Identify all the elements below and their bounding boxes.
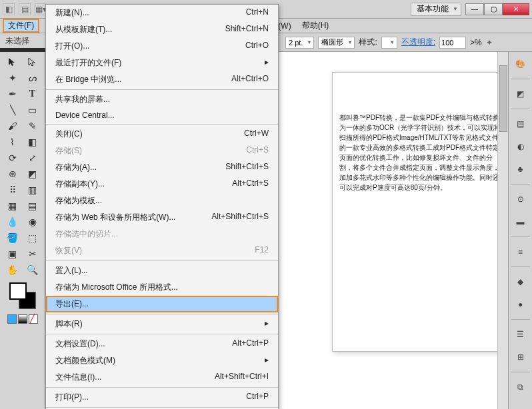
color-panel-icon[interactable]: 🎨 [513, 56, 529, 72]
eraser-tool[interactable]: ◧ [23, 135, 42, 149]
symbol-sprayer-tool[interactable]: ⠿ [3, 183, 22, 197]
artboard-tool[interactable]: ▣ [3, 246, 22, 261]
graph-tool[interactable]: ▥ [23, 183, 42, 197]
pencil-tool[interactable]: ✎ [23, 119, 42, 133]
layers-panel-icon[interactable]: ≡ [513, 244, 529, 260]
file-menu-dropdown: 新建(N)...Ctrl+N 从模板新建(T)...Shift+Ctrl+N 打… [45, 4, 279, 409]
direct-selection-tool[interactable] [23, 55, 42, 69]
zoom-tool[interactable]: 🔍 [23, 262, 42, 277]
paintbrush-tool[interactable]: 🖌 [3, 119, 22, 133]
menu-document-setup[interactable]: 文档设置(D)...Alt+Ctrl+P [46, 336, 278, 352]
menu-save-copy[interactable]: 存储副本(Y)...Alt+Ctrl+S [46, 176, 278, 193]
wand-icon[interactable]: ✦ [486, 38, 493, 47]
document-text: 都叫兽™PDF转换，是一款集PDF文件编辑与格式转换为一体的多功OCR（光学字符… [339, 113, 497, 193]
symbols-panel-icon[interactable]: ◆ [513, 274, 529, 290]
gradient-mode-box[interactable] [18, 314, 27, 324]
menu-open[interactable]: 打开(O)...Ctrl+O [46, 38, 278, 55]
free-transform-tool[interactable]: ◩ [23, 167, 42, 181]
warp-tool[interactable]: ⊛ [3, 167, 22, 181]
line-tool[interactable]: ╲ [3, 103, 22, 117]
eyedropper-tool[interactable]: 💧 [3, 214, 22, 229]
menu-new[interactable]: 新建(N)...Ctrl+N [46, 5, 278, 21]
menu-file-info[interactable]: 文件信息(I)...Alt+Shift+Ctrl+I [46, 369, 278, 386]
menu-revert: 恢复(V)F12 [46, 242, 278, 259]
menu-print[interactable]: 打印(P)...Ctrl+P [46, 389, 278, 406]
rotate-tool[interactable]: ⟳ [3, 151, 22, 165]
toolbox: ✦ ᔕ ✒ T ╲ ▭ 🖌 ✎ ⌇ ◧ ⟳ ⤢ ⊛ ◩ ⠿ ▥ ▦ ▤ 💧 ◉ … [0, 52, 45, 409]
menu-save: 存储(S)Ctrl+S [46, 143, 278, 159]
menu-recent[interactable]: 最近打开的文件(F) [46, 55, 278, 71]
transparency-panel-icon[interactable]: ♣ [513, 161, 529, 177]
graphic-styles-panel-icon[interactable]: ▬ [513, 214, 529, 230]
none-mode-box[interactable]: ╱ [29, 314, 38, 324]
menu-new-from-template[interactable]: 从模板新建(T)...Shift+Ctrl+N [46, 21, 278, 38]
menu-place[interactable]: 置入(L)... [46, 262, 278, 279]
selection-tool[interactable] [3, 55, 22, 69]
mesh-tool[interactable]: ▦ [3, 199, 22, 213]
artboards-panel-icon[interactable]: ⧉ [513, 379, 529, 395]
opacity-link[interactable]: 不透明度: [401, 37, 435, 48]
brushes-panel-icon[interactable]: ● [513, 296, 529, 312]
color-swatches[interactable] [9, 282, 36, 309]
menu-save-ms-office[interactable]: 存储为 Microsoft Office 所用格式... [46, 279, 278, 296]
menu-scripts[interactable]: 脚本(R) [46, 316, 278, 332]
magic-wand-tool[interactable]: ✦ [3, 71, 22, 85]
menu-close[interactable]: 关闭(C)Ctrl+W [46, 126, 278, 143]
swatches-panel-icon[interactable]: ◩ [513, 86, 529, 102]
workspace-dropdown[interactable]: 基本功能 [411, 3, 461, 16]
blend-tool[interactable]: ◉ [23, 214, 42, 229]
live-paint-selection-tool[interactable]: ⬚ [23, 230, 42, 245]
lasso-tool[interactable]: ᔕ [23, 71, 42, 85]
menu-color-mode[interactable]: 文档颜色模式(M) [46, 352, 278, 369]
color-mode-box[interactable] [7, 314, 17, 324]
minimize-button[interactable]: — [465, 3, 484, 15]
menu-save-for-web[interactable]: 存储为 Web 和设备所用格式(W)...Alt+Shift+Ctrl+S [46, 209, 278, 226]
pathfinder-panel-icon[interactable]: ⊞ [513, 349, 529, 365]
slice-tool[interactable]: ✂ [23, 246, 42, 261]
appearance-panel-icon[interactable]: ⊙ [513, 191, 529, 207]
gradient-panel-icon[interactable]: ◐ [513, 139, 529, 155]
canvas[interactable]: 都叫兽™PDF转换，是一款集PDF文件编辑与格式转换为一体的多功OCR（光学字符… [279, 52, 497, 409]
live-paint-tool[interactable]: 🪣 [3, 230, 22, 245]
stroke-panel-icon[interactable]: ▤ [513, 116, 529, 132]
pen-tool[interactable]: ✒ [3, 87, 22, 101]
right-panel-dock: 🎨 ◩ ▤ ◐ ♣ ⊙ ▬ ≡ ◆ ● ☰ ⊞ ⧉ [508, 52, 532, 409]
scale-tool[interactable]: ⤢ [23, 151, 42, 165]
rectangle-tool[interactable]: ▭ [23, 103, 42, 117]
scrollbar-thumb[interactable] [499, 65, 507, 132]
app-icon: ◧ [3, 3, 15, 15]
hand-tool[interactable]: ✋ [3, 262, 22, 277]
artboard: 都叫兽™PDF转换，是一款集PDF文件编辑与格式转换为一体的多功OCR（光学字符… [332, 72, 497, 352]
blob-brush-tool[interactable]: ⌇ [3, 135, 22, 149]
style-label: 样式: [359, 37, 377, 48]
menu-browse-bridge[interactable]: 在 Bridge 中浏览...Alt+Ctrl+O [46, 71, 278, 88]
menu-save-template[interactable]: 存储为模板... [46, 193, 278, 209]
menu-save-slices: 存储选中的切片... [46, 226, 278, 242]
menu-help[interactable]: 帮助(H) [297, 19, 335, 33]
type-tool[interactable]: T [23, 87, 42, 101]
percent-label: >% [470, 38, 482, 47]
menu-file[interactable]: 文件(F) [3, 19, 39, 33]
maximize-button[interactable]: ▢ [484, 3, 503, 15]
close-button[interactable]: ✕ [503, 3, 529, 15]
opacity-input[interactable] [439, 37, 466, 49]
arrange-icon[interactable]: ▤ [19, 3, 31, 15]
gradient-tool[interactable]: ▤ [23, 199, 42, 213]
menu-export[interactable]: 导出(E)... [46, 296, 278, 312]
menu-device-central[interactable]: Device Central... [46, 108, 278, 123]
no-selection-label: 未选择 [0, 33, 45, 48]
align-panel-icon[interactable]: ☰ [513, 326, 529, 342]
vertical-scrollbar[interactable] [497, 52, 508, 409]
fill-swatch[interactable] [9, 282, 27, 300]
stroke-weight-dropdown[interactable]: 2 pt. [285, 37, 314, 49]
document-area: 新建(N)...Ctrl+N 从模板新建(T)...Shift+Ctrl+N 打… [45, 52, 497, 409]
graphic-style-dropdown[interactable] [381, 37, 397, 49]
menu-save-as[interactable]: 存储为(A)...Shift+Ctrl+S [46, 159, 278, 176]
stroke-style-dropdown[interactable]: 椭圆形 [318, 37, 355, 49]
menu-share-screen[interactable]: 共享我的屏幕... [46, 91, 278, 108]
